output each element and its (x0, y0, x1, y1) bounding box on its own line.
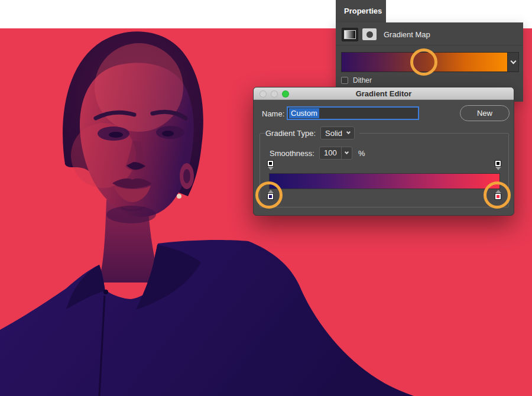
dialog-title: Gradient Editor (254, 87, 514, 100)
gradient-options-group (259, 133, 509, 207)
gradient-type-label: Gradient Type: (265, 129, 316, 138)
smoothness-dropdown[interactable] (341, 147, 352, 159)
chevron-down-icon (345, 150, 349, 154)
dialog-titlebar[interactable]: Gradient Editor (254, 87, 514, 100)
gradient-adjustment-thumbnail-icon[interactable] (342, 28, 358, 41)
annotation-circle-left-stop (255, 181, 283, 209)
divider (336, 45, 523, 46)
opacity-stop-left[interactable] (265, 161, 275, 170)
smoothness-select[interactable]: 100 (319, 147, 352, 160)
dither-option: Dither (341, 76, 372, 85)
new-button[interactable]: New (460, 105, 510, 121)
gradient-editor-dialog: Gradient Editor Name: Custom New Gradien… (253, 87, 514, 216)
opacity-stop-right[interactable] (493, 161, 503, 170)
chevron-down-icon (510, 59, 516, 64)
stop-pointer (268, 167, 274, 170)
dither-checkbox[interactable] (341, 77, 348, 84)
layer-mask-icon[interactable] (362, 28, 377, 40)
adjustment-header: Gradient Map (342, 27, 430, 41)
gradient-type-select[interactable]: Solid (320, 126, 355, 139)
properties-tab-label: Properties (344, 7, 382, 15)
adjustment-title: Gradient Map (384, 30, 430, 39)
smoothness-row: Smoothness: 100 % (270, 147, 365, 160)
name-label: Name: (262, 109, 284, 118)
smoothness-label: Smoothness: (270, 149, 314, 158)
gradient-editing-bar[interactable] (270, 174, 499, 189)
name-input-value: Custom (289, 108, 319, 118)
gradient-picker-dropdown[interactable] (507, 53, 518, 72)
annotation-circle-right-stop (484, 181, 511, 209)
annotation-circle-gradient-picker (410, 48, 437, 76)
smoothness-value: 100 (320, 147, 341, 159)
gradient-name-input[interactable]: Custom (287, 106, 419, 120)
gradient-type-row: Gradient Type: Solid (265, 126, 359, 140)
dither-label: Dither (353, 76, 372, 85)
chevron-down-icon (346, 130, 351, 134)
photoshop-workspace: Properties Gradient Map Dither (0, 0, 532, 396)
stop-pointer (495, 167, 501, 170)
properties-tab[interactable]: Properties (336, 0, 386, 22)
smoothness-unit: % (358, 149, 365, 158)
